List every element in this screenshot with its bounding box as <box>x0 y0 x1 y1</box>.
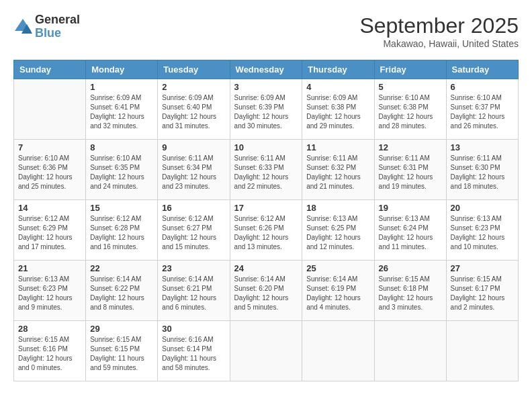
day-number: 2 <box>162 82 225 92</box>
day-number: 18 <box>306 203 369 213</box>
calendar-cell: 18Sunrise: 6:13 AMSunset: 6:25 PMDayligh… <box>302 200 374 261</box>
calendar-cell: 26Sunrise: 6:15 AMSunset: 6:18 PMDayligh… <box>374 261 446 321</box>
calendar-cell: 21Sunrise: 6:13 AMSunset: 6:23 PMDayligh… <box>14 261 86 321</box>
calendar-cell: 27Sunrise: 6:15 AMSunset: 6:17 PMDayligh… <box>446 261 518 321</box>
day-info: Sunrise: 6:10 AMSunset: 6:37 PMDaylight:… <box>451 93 514 131</box>
day-number: 7 <box>18 142 81 152</box>
day-info: Sunrise: 6:11 AMSunset: 6:31 PMDaylight:… <box>379 154 442 191</box>
day-number: 16 <box>162 203 225 213</box>
day-number: 28 <box>18 324 81 334</box>
calendar-week-row: 1Sunrise: 6:09 AMSunset: 6:41 PMDaylight… <box>14 79 519 140</box>
day-info: Sunrise: 6:15 AMSunset: 6:15 PMDaylight:… <box>90 335 153 373</box>
calendar-cell: 9Sunrise: 6:11 AMSunset: 6:34 PMDaylight… <box>158 140 230 200</box>
calendar-cell <box>446 321 518 381</box>
calendar-header-thursday: Thursday <box>302 60 374 79</box>
calendar-cell: 28Sunrise: 6:15 AMSunset: 6:16 PMDayligh… <box>14 321 86 381</box>
day-info: Sunrise: 6:12 AMSunset: 6:28 PMDaylight:… <box>90 214 153 252</box>
day-number: 1 <box>90 82 153 92</box>
location-title: Makawao, Hawaii, United States <box>359 38 519 49</box>
day-info: Sunrise: 6:13 AMSunset: 6:23 PMDaylight:… <box>18 275 81 312</box>
day-number: 13 <box>451 142 514 152</box>
day-number: 3 <box>234 82 298 92</box>
day-number: 9 <box>162 142 225 152</box>
calendar-header-sunday: Sunday <box>14 60 86 79</box>
month-title: September 2025 <box>359 13 519 38</box>
day-info: Sunrise: 6:13 AMSunset: 6:24 PMDaylight:… <box>379 214 442 252</box>
day-info: Sunrise: 6:14 AMSunset: 6:22 PMDaylight:… <box>90 275 153 312</box>
day-info: Sunrise: 6:09 AMSunset: 6:38 PMDaylight:… <box>306 93 369 131</box>
day-info: Sunrise: 6:12 AMSunset: 6:27 PMDaylight:… <box>162 214 225 252</box>
day-info: Sunrise: 6:15 AMSunset: 6:16 PMDaylight:… <box>18 335 81 373</box>
calendar-cell: 25Sunrise: 6:14 AMSunset: 6:19 PMDayligh… <box>302 261 374 321</box>
calendar-cell <box>230 321 302 381</box>
day-number: 15 <box>90 203 153 213</box>
calendar: SundayMondayTuesdayWednesdayThursdayFrid… <box>13 60 519 381</box>
logo: General Blue <box>13 13 80 40</box>
day-number: 30 <box>162 324 225 334</box>
calendar-cell: 10Sunrise: 6:11 AMSunset: 6:33 PMDayligh… <box>230 140 302 200</box>
calendar-cell: 29Sunrise: 6:15 AMSunset: 6:15 PMDayligh… <box>86 321 158 381</box>
day-number: 4 <box>306 82 369 92</box>
calendar-cell: 30Sunrise: 6:16 AMSunset: 6:14 PMDayligh… <box>158 321 230 381</box>
day-number: 19 <box>379 203 442 213</box>
calendar-cell <box>374 321 446 381</box>
day-number: 21 <box>18 263 81 273</box>
logo-text: General Blue <box>35 13 80 40</box>
calendar-cell: 16Sunrise: 6:12 AMSunset: 6:27 PMDayligh… <box>158 200 230 261</box>
day-info: Sunrise: 6:10 AMSunset: 6:35 PMDaylight:… <box>90 154 153 191</box>
calendar-cell: 3Sunrise: 6:09 AMSunset: 6:39 PMDaylight… <box>230 79 302 140</box>
day-info: Sunrise: 6:14 AMSunset: 6:20 PMDaylight:… <box>234 275 298 312</box>
day-number: 12 <box>379 142 442 152</box>
day-info: Sunrise: 6:10 AMSunset: 6:36 PMDaylight:… <box>18 154 81 191</box>
day-number: 5 <box>379 82 442 92</box>
day-info: Sunrise: 6:09 AMSunset: 6:39 PMDaylight:… <box>234 93 298 131</box>
calendar-cell: 14Sunrise: 6:12 AMSunset: 6:29 PMDayligh… <box>14 200 86 261</box>
calendar-cell: 17Sunrise: 6:12 AMSunset: 6:26 PMDayligh… <box>230 200 302 261</box>
day-number: 22 <box>90 263 153 273</box>
day-info: Sunrise: 6:14 AMSunset: 6:19 PMDaylight:… <box>306 275 369 312</box>
calendar-week-row: 21Sunrise: 6:13 AMSunset: 6:23 PMDayligh… <box>14 261 519 321</box>
day-info: Sunrise: 6:13 AMSunset: 6:25 PMDaylight:… <box>306 214 369 252</box>
day-number: 27 <box>451 263 514 273</box>
logo-icon <box>13 17 32 36</box>
logo-blue: Blue <box>35 27 80 40</box>
calendar-header-wednesday: Wednesday <box>230 60 302 79</box>
day-info: Sunrise: 6:16 AMSunset: 6:14 PMDaylight:… <box>162 335 225 373</box>
calendar-cell: 4Sunrise: 6:09 AMSunset: 6:38 PMDaylight… <box>302 79 374 140</box>
calendar-cell: 24Sunrise: 6:14 AMSunset: 6:20 PMDayligh… <box>230 261 302 321</box>
calendar-header-monday: Monday <box>86 60 158 79</box>
day-info: Sunrise: 6:15 AMSunset: 6:18 PMDaylight:… <box>379 275 442 312</box>
day-info: Sunrise: 6:11 AMSunset: 6:32 PMDaylight:… <box>306 154 369 191</box>
calendar-header-saturday: Saturday <box>446 60 518 79</box>
day-number: 25 <box>306 263 369 273</box>
calendar-cell: 15Sunrise: 6:12 AMSunset: 6:28 PMDayligh… <box>86 200 158 261</box>
calendar-cell: 5Sunrise: 6:10 AMSunset: 6:38 PMDaylight… <box>374 79 446 140</box>
day-number: 11 <box>306 142 369 152</box>
calendar-cell: 20Sunrise: 6:13 AMSunset: 6:23 PMDayligh… <box>446 200 518 261</box>
calendar-cell: 2Sunrise: 6:09 AMSunset: 6:40 PMDaylight… <box>158 79 230 140</box>
day-number: 24 <box>234 263 298 273</box>
day-number: 14 <box>18 203 81 213</box>
day-info: Sunrise: 6:14 AMSunset: 6:21 PMDaylight:… <box>162 275 225 312</box>
calendar-week-row: 14Sunrise: 6:12 AMSunset: 6:29 PMDayligh… <box>14 200 519 261</box>
day-info: Sunrise: 6:11 AMSunset: 6:33 PMDaylight:… <box>234 154 298 191</box>
day-info: Sunrise: 6:10 AMSunset: 6:38 PMDaylight:… <box>379 93 442 131</box>
calendar-header-tuesday: Tuesday <box>158 60 230 79</box>
day-info: Sunrise: 6:13 AMSunset: 6:23 PMDaylight:… <box>451 214 514 252</box>
day-info: Sunrise: 6:12 AMSunset: 6:26 PMDaylight:… <box>234 214 298 252</box>
calendar-cell: 7Sunrise: 6:10 AMSunset: 6:36 PMDaylight… <box>14 140 86 200</box>
calendar-header-row: SundayMondayTuesdayWednesdayThursdayFrid… <box>14 60 519 79</box>
day-number: 6 <box>451 82 514 92</box>
calendar-cell <box>14 79 86 140</box>
day-info: Sunrise: 6:11 AMSunset: 6:34 PMDaylight:… <box>162 154 225 191</box>
day-number: 26 <box>379 263 442 273</box>
calendar-cell: 13Sunrise: 6:11 AMSunset: 6:30 PMDayligh… <box>446 140 518 200</box>
calendar-cell: 8Sunrise: 6:10 AMSunset: 6:35 PMDaylight… <box>86 140 158 200</box>
day-info: Sunrise: 6:11 AMSunset: 6:30 PMDaylight:… <box>451 154 514 191</box>
calendar-cell: 23Sunrise: 6:14 AMSunset: 6:21 PMDayligh… <box>158 261 230 321</box>
calendar-cell: 11Sunrise: 6:11 AMSunset: 6:32 PMDayligh… <box>302 140 374 200</box>
calendar-cell: 6Sunrise: 6:10 AMSunset: 6:37 PMDaylight… <box>446 79 518 140</box>
calendar-cell <box>302 321 374 381</box>
day-number: 17 <box>234 203 298 213</box>
calendar-cell: 22Sunrise: 6:14 AMSunset: 6:22 PMDayligh… <box>86 261 158 321</box>
